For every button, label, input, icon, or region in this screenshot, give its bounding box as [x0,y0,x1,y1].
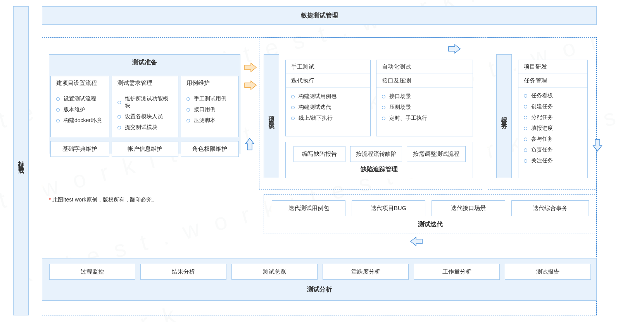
prep-col1-i2: 构建docker环境 [56,115,104,126]
svg-marker-0 [245,63,256,72]
iter-b2: 迭代接口场景 [432,200,505,216]
defect-container: 编写缺陷报告 按流程流转缺陷 按需调整测试流程 缺陷追踪管理 [285,142,473,178]
iter-b3: 迭代综合事务 [511,200,589,216]
footnote: *此图itest work原创，版权所有，翻印必究。 [49,196,157,203]
prep-col2-i0: 维护所测试功能模块 [117,93,173,111]
arrow-blue-right-top [448,44,461,54]
defect-b0: 编写缺陷报告 [294,146,345,162]
manual-card: 手工测试 迭代执行 构建测试用例包 构建测试迭代 线上/线下执行 [285,60,371,136]
footnote-star: * [49,196,51,203]
prep-col1-head: 建项目设置流程 [51,76,109,90]
rnd-i4: 参与任务 [524,134,582,145]
iteration-label: 测试迭代 [264,220,597,229]
title-bar: 敏捷测试管理 [42,6,597,25]
prep-col2-body: 维护所测试功能模块 设置各模块人员 提交测试模块 [112,90,178,138]
prep-col1-body: 设置测试流程 版本维护 构建docker环境 [51,90,109,131]
auto-body: 接口场景 压测场景 定时、手工执行 [376,88,473,128]
affairs-label: 综合事务 [501,112,508,121]
prep-col3-i2: 压测脚本 [186,115,233,126]
manual-i2: 线上/线下执行 [291,113,365,124]
ana-b5: 测试报告 [505,264,591,280]
test-prep-title: 测试准备 [49,55,240,71]
prep-b2: 角色权限维护 [181,141,239,157]
defect-b1: 按流程流转缺陷 [350,146,402,162]
prep-col2-i1: 设置各模块人员 [117,111,173,122]
prep-col1-i1: 版本维护 [56,104,104,115]
diagram-root: 敏捷测试管理 持续集成 测试准备 建项目设置流程 设置测试流程 版本维护 构建d… [0,0,644,322]
arrow-orange-1 [244,62,257,72]
manual-i1: 构建测试迭代 [291,102,365,113]
ci-label: 持续集成 [17,156,25,165]
analysis-label: 测试分析 [42,286,596,294]
defect-b2: 按需调整测试流程 [407,146,466,162]
prep-b1: 帐户信息维护 [112,141,178,157]
footnote-text: 此图itest work原创，版权所有，翻印必究。 [52,196,157,203]
auto-i0: 接口场景 [382,91,467,102]
prep-col2: 测试需求管理 维护所测试功能模块 设置各模块人员 提交测试模块 [112,76,178,137]
prep-col3-head: 用例维护 [181,76,238,90]
rnd-body: 任务看板 创建任务 分配任务 填报进度 参与任务 负责任务 关注任务 [518,88,587,171]
ana-b1: 结果分析 [140,264,226,280]
prep-b0: 基础字典维护 [50,141,109,157]
svg-marker-3 [449,45,460,53]
iter-b1: 迭代项目BUG [352,200,425,216]
prep-col2-i2: 提交测试模块 [117,122,173,133]
manual-head: 手工测试 [286,60,370,74]
svg-marker-4 [593,139,602,151]
title-text: 敏捷测试管理 [301,12,338,20]
prep-col1: 建项目设置流程 设置测试流程 版本维护 构建docker环境 [50,76,109,137]
ana-b2: 测试总览 [231,264,318,280]
rnd-i0: 任务看板 [524,90,582,101]
iteration-dashed: 迭代测试用例包 迭代项目BUG 迭代接口场景 迭代综合事务 测试迭代 [264,195,597,234]
arrow-orange-2 [244,80,257,90]
rnd-sub: 任务管理 [518,74,587,88]
arrow-blue-up [245,138,255,151]
auto-head: 自动化测试 [376,60,473,74]
affairs-bar: 综合事务 [496,54,512,178]
prep-col1-i0: 设置测试流程 [56,93,104,104]
prep-col3-i0: 手工测试用例 [186,93,233,104]
prep-col3-i1: 接口用例 [186,104,233,115]
prep-col3: 用例维护 手工测试用例 接口用例 压测脚本 [181,76,239,137]
rnd-i5: 负责任务 [524,145,582,155]
auto-i2: 定时、手工执行 [382,113,467,124]
manual-i0: 构建测试用例包 [291,91,365,102]
ana-b3: 活跃度分析 [323,264,409,280]
arrow-blue-left [410,236,423,246]
rnd-i1: 创建任务 [524,101,582,112]
svg-marker-1 [245,81,256,90]
project-test-bar: 项目测试 [264,54,279,178]
auto-card: 自动化测试 接口及压测 接口场景 压测场景 定时、手工执行 [376,60,473,136]
manual-body: 构建测试用例包 构建测试迭代 线上/线下执行 [286,88,370,128]
prep-col2-head: 测试需求管理 [112,76,178,90]
defect-label: 缺陷追踪管理 [286,165,473,174]
ana-b0: 过程监控 [49,264,135,280]
rnd-i3: 填报进度 [524,123,582,134]
auto-i1: 压测场景 [382,102,467,113]
svg-marker-2 [245,138,254,150]
ci-bar: 持续集成 [13,6,29,315]
iter-b0: 迭代测试用例包 [272,200,345,216]
prep-col3-body: 手工测试用例 接口用例 压测脚本 [181,90,238,131]
manual-sub: 迭代执行 [286,74,370,88]
analysis-container: 过程监控 结果分析 测试总览 活跃度分析 工作量分析 测试报告 测试分析 [42,258,597,301]
rnd-i2: 分配任务 [524,112,582,123]
project-test-label: 项目测试 [268,112,275,121]
auto-sub: 接口及压测 [376,74,473,88]
svg-marker-5 [411,237,422,246]
rnd-head: 项目研发 [518,60,587,74]
rnd-i6: 关注任务 [524,155,582,166]
ana-b4: 工作量分析 [414,264,500,280]
arrow-blue-down [592,139,603,152]
rnd-card: 项目研发 任务管理 任务看板 创建任务 分配任务 填报进度 参与任务 负责任务 … [518,60,588,178]
